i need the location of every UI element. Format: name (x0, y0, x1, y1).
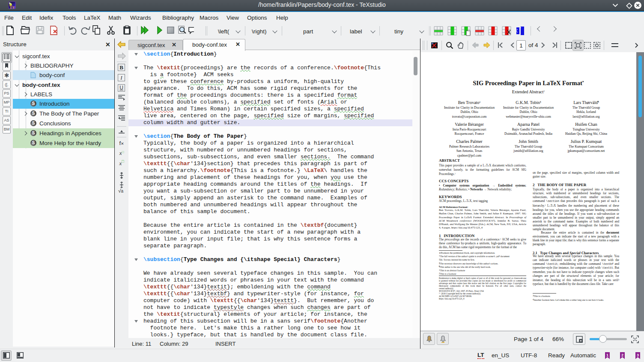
svg-text:2: 2 (621, 353, 623, 357)
svg-text:3: 3 (637, 353, 639, 357)
svg-text:1: 1 (606, 353, 608, 357)
